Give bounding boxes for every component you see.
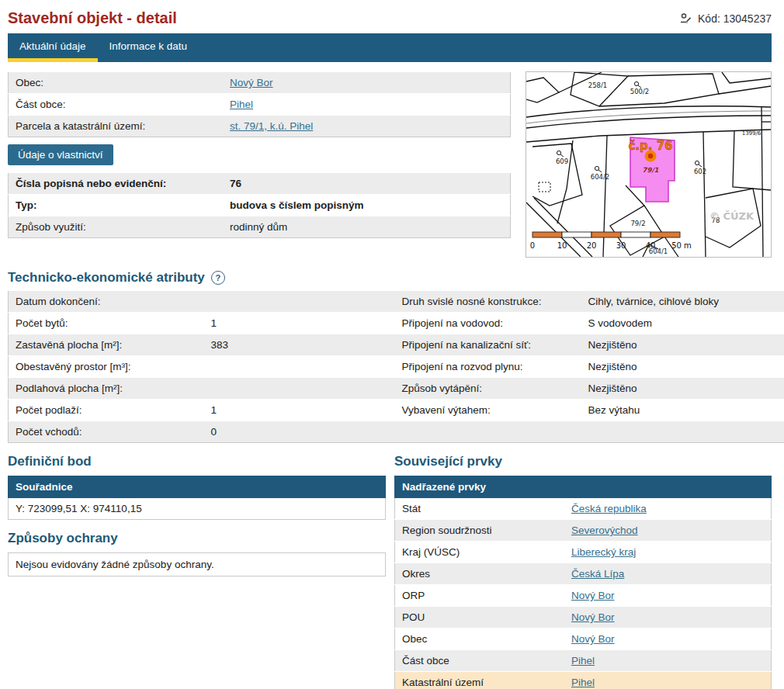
row-label: Čísla popisná nebo evidenční: [9,173,224,195]
katastralni-uzemi-link[interactable]: Pihel [571,677,595,688]
table-row: Okres Česká Lípa [395,563,772,585]
svg-text:604/2: 604/2 [591,173,610,181]
row-value: Nezjištěno [581,334,784,356]
table-header-souradnice: Souřadnice [9,476,386,498]
row-value: rodinný dům [223,216,511,238]
row-label: Způsob využití: [9,216,224,238]
svg-text:602: 602 [694,168,706,175]
section-title-zpusoby-ochrany: Způsoby ochrany [8,531,386,546]
map-building-label: č.p. 76 [628,139,672,153]
table-row: Část obce Pihel [395,650,772,672]
cadastral-map-preview[interactable]: č.p. 76 79/1 258/1 500/2 609 604/2 602 7… [526,71,772,258]
row-value [204,291,395,313]
table-row: Region soudržnosti Severovýchod [395,520,772,542]
parcela-link[interactable]: st. 79/1, k.ú. Pihel [230,120,313,132]
row-label: Počet podlaží: [9,400,204,421]
table-row: Čísla popisná nebo evidenční: 76 [9,173,511,195]
table-row: POU Nový Bor [395,607,772,628]
row-label: Podlahová plocha [m²]: [9,378,204,400]
section-title-definicni-bod: Definiční bod [8,454,386,469]
row-label: Obestavěný prostor [m³]: [9,356,204,378]
row-label: Katastrální území [395,672,565,689]
location-table: Obec: Nový Bor Část obce: Pihel Parcela … [8,71,511,137]
row-label: ORP [395,585,565,607]
row-label: Parcela a katastrální území: [9,116,224,137]
help-icon[interactable]: ? [211,271,225,285]
table-row: Y: 723099,51 X: 974110,15 [9,498,386,520]
table-row: Stát Česká republika [395,498,772,520]
row-label: Část obce: [9,94,224,116]
svg-text:258/1: 258/1 [588,81,608,89]
coordinates-table: Souřadnice Y: 723099,51 X: 974110,15 [8,476,386,520]
ownership-button[interactable]: Údaje o vlastnictví [8,144,113,165]
kraj-link[interactable]: Liberecký kraj [571,546,636,558]
stat-link[interactable]: Česká republika [571,503,647,514]
svg-text:609: 609 [556,158,568,165]
related-elements-table: Nadřazené prvky Stát Česká republika Reg… [394,476,772,689]
okres-link[interactable]: Česká Lípa [571,568,624,580]
row-value: 76 [223,173,511,195]
row-label: Region soudržnosti [395,520,565,542]
row-label: Zastavěná plocha [m²]: [9,334,204,356]
obec-link[interactable]: Nový Bor [571,633,615,645]
table-row-highlighted: Katastrální území Pihel [395,672,772,689]
orp-link[interactable]: Nový Bor [571,590,615,601]
row-label: Vybavení výtahem: [395,400,581,421]
row-value: S vodovodem [581,313,784,334]
row-value: Nezjištěno [581,378,784,400]
row-label [395,421,581,443]
pou-link[interactable]: Nový Bor [571,611,615,623]
tab-aktualni-udaje[interactable]: Aktuální údaje [8,33,98,62]
table-row: Obestavěný prostor [m³]: Připojení na ro… [9,356,784,378]
table-row: Obec Nový Bor [395,628,772,650]
coordinates-value: Y: 723099,51 X: 974110,15 [9,498,386,520]
svg-text:40: 40 [646,241,656,250]
row-value: 0 [204,421,395,443]
row-label: Stát [395,498,565,520]
svg-text:0: 0 [530,241,535,250]
table-row: Část obce: Pihel [9,94,511,116]
obec-link[interactable]: Nový Bor [230,77,273,88]
row-label: Obec [395,628,565,650]
svg-text:50 m: 50 m [671,241,692,250]
row-label: Počet vchodů: [9,421,204,443]
table-row: Počet vchodů: 0 [9,421,784,443]
cast-obce-link[interactable]: Pihel [230,99,253,110]
section-title-souvisejici-prvky: Související prvky [394,454,772,469]
row-value [581,421,784,443]
code-label: Kód: 13045237 [698,12,772,25]
table-row: Počet bytů: 1 Připojení na vodovod: S vo… [9,313,784,334]
row-label: Připojení na kanalizační síť: [395,334,581,356]
row-value: 1 [204,400,395,421]
page: Stavební objekt - detail Kód: 13045237 A… [0,0,784,689]
cast-obce-link[interactable]: Pihel [571,655,595,666]
region-link[interactable]: Severovýchod [571,525,638,536]
row-label: Část obce [395,650,565,672]
row-label: Počet bytů: [9,313,204,334]
svg-text:79/2: 79/2 [630,220,645,227]
row-value: Nezjištěno [581,356,784,378]
user-edit-icon [679,12,692,25]
table-row: Zastavěná plocha [m²]: 383 Připojení na … [9,334,784,356]
svg-text:20: 20 [587,241,597,250]
object-code: Kód: 13045237 [679,12,772,25]
tab-informace-k-datu[interactable]: Informace k datu [98,33,199,62]
svg-text:500/2: 500/2 [630,88,650,95]
table-row: Podlahová plocha [m²]: Způsob vytápění: … [9,378,784,400]
table-row: Kraj (VÚSC) Liberecký kraj [395,542,772,563]
table-row: Typ: budova s číslem popisným [9,195,511,216]
table-row: ORP Nový Bor [395,585,772,607]
table-row: Počet podlaží: 1 Vybavení výtahem: Bez v… [9,400,784,421]
page-title: Stavební objekt - detail [8,9,177,27]
table-row: Datum dokončení: Druh svislé nosné konst… [9,291,784,313]
row-label: Datum dokončení: [9,291,204,313]
svg-text:10: 10 [557,241,567,250]
row-value: Cihly, tvárnice, cihlové bloky [581,291,784,313]
protection-note: Nejsou evidovány žádné způsoby ochrany. [8,552,386,576]
tab-bar: Aktuální údaje Informace k datu [8,33,772,62]
map-copyright: © ČÚZK [709,210,755,222]
row-value [204,378,395,400]
header: Stavební objekt - detail Kód: 13045237 [0,0,784,33]
row-label: Obec: [9,72,224,94]
map-parcel-number: 79/1 [643,166,659,174]
